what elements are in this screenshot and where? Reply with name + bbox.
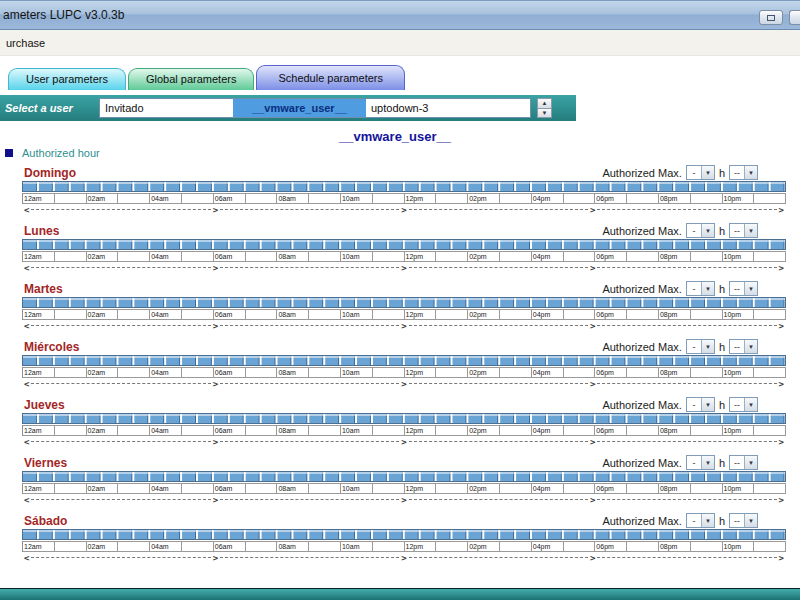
hours-combo[interactable]: - ▼ xyxy=(686,281,715,296)
time-label: 06am xyxy=(214,541,246,552)
dropdown-arrow-icon[interactable]: ▼ xyxy=(744,282,757,295)
time-scale: 12am02am04am06am08am10am12pm02pm04pm06pm… xyxy=(22,251,786,262)
minutes-value: -- xyxy=(730,340,744,353)
range-arrows: <>>>> xyxy=(22,321,786,330)
time-label: 06pm xyxy=(595,425,627,436)
range-end-arrow: > xyxy=(777,554,786,562)
user-list-item[interactable]: Invitado xyxy=(100,99,233,117)
dropdown-arrow-icon[interactable]: ▼ xyxy=(701,282,714,295)
time-tick-cell xyxy=(691,541,723,552)
time-label: 04pm xyxy=(532,541,564,552)
hour-bar[interactable] xyxy=(22,355,786,366)
time-label: 10am xyxy=(341,251,373,262)
tab-user-parameters[interactable]: User parameters xyxy=(8,68,126,90)
range-arrows: <>>>> xyxy=(22,553,786,562)
time-tick-cell xyxy=(182,251,214,262)
time-tick-cell xyxy=(500,193,532,204)
time-label: 08pm xyxy=(659,367,691,378)
range-end-arrow: > xyxy=(777,438,786,446)
hours-unit-label: h xyxy=(719,283,725,295)
time-tick-cell xyxy=(246,367,278,378)
hour-bar[interactable] xyxy=(22,413,786,424)
user-list-item[interactable]: uptodown-3 xyxy=(366,99,499,117)
day-section: Domingo Authorized Max. - ▼ h -- ▼ 12am0… xyxy=(22,164,786,214)
hour-bar[interactable] xyxy=(22,239,786,250)
time-tick-cell xyxy=(182,193,214,204)
range-start-arrow: < xyxy=(22,496,31,504)
dropdown-arrow-icon[interactable]: ▼ xyxy=(744,340,757,353)
minutes-combo[interactable]: -- ▼ xyxy=(729,339,758,354)
time-tick-cell xyxy=(754,367,786,378)
hours-value: - xyxy=(687,456,701,469)
time-tick-cell xyxy=(500,309,532,320)
range-end-arrow: > xyxy=(211,322,220,330)
spinner-up-button[interactable]: ▲ xyxy=(537,98,552,109)
hours-unit-label: h xyxy=(719,515,725,527)
time-label: 10pm xyxy=(723,193,755,204)
minutes-combo[interactable]: -- ▼ xyxy=(729,281,758,296)
hours-combo[interactable]: - ▼ xyxy=(686,165,715,180)
hours-combo[interactable]: - ▼ xyxy=(686,455,715,470)
user-list-item-selected[interactable]: __vmware_user__ xyxy=(233,99,366,117)
time-tick-cell xyxy=(627,251,659,262)
range-arrows: <>>>> xyxy=(22,263,786,272)
time-tick-cell xyxy=(627,425,659,436)
day-name: Lunes xyxy=(22,224,59,238)
hour-bar[interactable] xyxy=(22,297,786,308)
minutes-combo[interactable]: -- ▼ xyxy=(729,513,758,528)
dropdown-arrow-icon[interactable]: ▼ xyxy=(744,398,757,411)
dropdown-arrow-icon[interactable]: ▼ xyxy=(744,456,757,469)
range-end-arrow: > xyxy=(211,264,220,272)
minutes-combo[interactable]: -- ▼ xyxy=(729,397,758,412)
time-label: 10pm xyxy=(723,309,755,320)
hour-bar[interactable] xyxy=(22,529,786,540)
hours-combo[interactable]: - ▼ xyxy=(686,397,715,412)
time-tick-cell xyxy=(373,367,405,378)
range-dashes xyxy=(220,267,399,268)
range-dashes xyxy=(597,557,776,558)
minutes-combo[interactable]: -- ▼ xyxy=(729,223,758,238)
dropdown-arrow-icon[interactable]: ▼ xyxy=(744,514,757,527)
minutes-combo[interactable]: -- ▼ xyxy=(729,455,758,470)
dropdown-arrow-icon[interactable]: ▼ xyxy=(744,166,757,179)
spinner-down-button[interactable]: ▼ xyxy=(537,109,552,119)
dropdown-arrow-icon[interactable]: ▼ xyxy=(701,166,714,179)
tab-schedule-parameters[interactable]: Schedule parameters xyxy=(256,65,405,90)
maximize-button[interactable] xyxy=(759,10,783,25)
time-label: 04pm xyxy=(532,251,564,262)
time-label: 10am xyxy=(341,541,373,552)
dropdown-arrow-icon[interactable]: ▼ xyxy=(701,340,714,353)
time-label: 08am xyxy=(277,251,309,262)
authorized-max-label: Authorized Max. xyxy=(602,341,681,353)
close-button[interactable] xyxy=(789,10,800,25)
dropdown-arrow-icon[interactable]: ▼ xyxy=(701,514,714,527)
hours-combo[interactable]: - ▼ xyxy=(686,339,715,354)
time-tick-cell xyxy=(309,251,341,262)
time-tick-cell xyxy=(754,309,786,320)
time-label: 08pm xyxy=(659,483,691,494)
hours-combo[interactable]: - ▼ xyxy=(686,223,715,238)
dropdown-arrow-icon[interactable]: ▼ xyxy=(701,398,714,411)
time-label: 06am xyxy=(214,193,246,204)
day-name: Jueves xyxy=(22,398,65,412)
range-dashes xyxy=(31,499,210,500)
range-arrows: <>>>> xyxy=(22,205,786,214)
time-label: 02am xyxy=(87,193,119,204)
time-tick-cell xyxy=(55,193,87,204)
hour-bar[interactable] xyxy=(22,471,786,482)
menu-item-purchase[interactable]: urchase xyxy=(1,34,50,52)
minutes-combo[interactable]: -- ▼ xyxy=(729,165,758,180)
dropdown-arrow-icon[interactable]: ▼ xyxy=(701,456,714,469)
dropdown-arrow-icon[interactable]: ▼ xyxy=(744,224,757,237)
hours-combo[interactable]: - ▼ xyxy=(686,513,715,528)
tab-global-parameters[interactable]: Global parameters xyxy=(128,68,255,90)
time-tick-cell xyxy=(182,541,214,552)
range-end-arrow: > xyxy=(588,438,597,446)
user-list[interactable]: Invitado __vmware_user__ uptodown-3 xyxy=(99,98,531,118)
range-arrows: <>>>> xyxy=(22,495,786,504)
day-header: Lunes Authorized Max. - ▼ h -- ▼ xyxy=(22,222,786,239)
range-dashes xyxy=(597,267,776,268)
dropdown-arrow-icon[interactable]: ▼ xyxy=(701,224,714,237)
hour-bar[interactable] xyxy=(22,181,786,192)
time-label: 04pm xyxy=(532,367,564,378)
